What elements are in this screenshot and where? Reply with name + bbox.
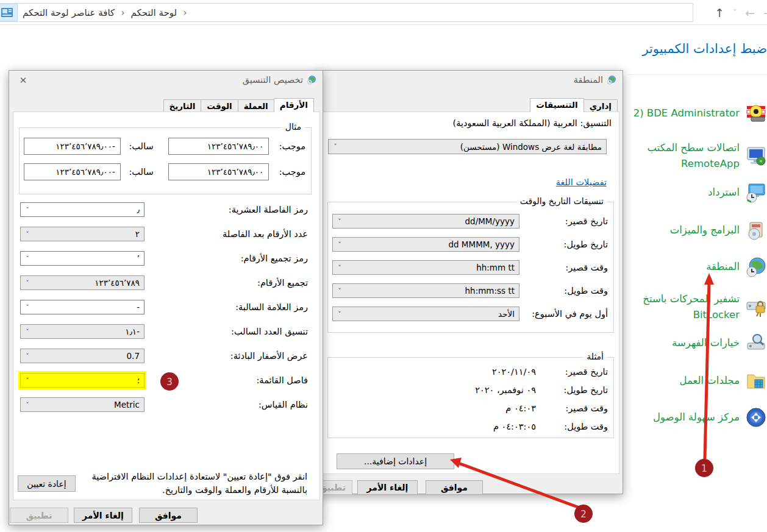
short-time-combobox[interactable]: hh:mm tt˅ bbox=[332, 260, 519, 275]
measurement-system-combobox[interactable]: Metric˅ bbox=[20, 397, 144, 412]
breadcrumb: ‹ لوحة التحكم ‹ كافة عناصر لوحة التحكم bbox=[18, 7, 192, 18]
tab-administrative[interactable]: إداري bbox=[583, 99, 618, 112]
history-dropdown-icon[interactable]: ˅ bbox=[733, 9, 737, 17]
digit-grouping-combobox[interactable]: ١٢٣٬٤٥٦٬٧٨٩˅ bbox=[20, 275, 144, 290]
list-separator-row: فاصل القائمة: ؛˅ bbox=[20, 373, 308, 388]
step2-circle bbox=[574, 505, 593, 523]
item-remoteapp-connections[interactable]: » اتصالات سطح المكتب RemoteApp bbox=[621, 140, 767, 171]
item-recovery[interactable]: استرداد bbox=[621, 182, 767, 204]
forward-arrow-icon[interactable]: → bbox=[763, 6, 767, 20]
chevron-down-icon: ˅ bbox=[21, 255, 34, 263]
item-bde-administrator[interactable]: 2) BDE Administrator bbox=[621, 102, 767, 124]
bde-administrator-icon bbox=[745, 102, 767, 124]
chevron-down-icon: ˅ bbox=[21, 230, 34, 238]
item-label: البرامج والميزات bbox=[621, 222, 740, 238]
item-label: خيارات الفهرسة bbox=[621, 335, 740, 351]
tab-formats[interactable]: التنسيقات bbox=[530, 98, 583, 112]
breadcrumb-chevron-icon: ‹ bbox=[183, 7, 187, 18]
item-indexing-options[interactable]: خيارات الفهرسة bbox=[621, 332, 767, 354]
positive-example-field[interactable]: ١٢٣٬٤٥٦٬٧٨٩٫٠٠ bbox=[168, 163, 269, 180]
digits-after-decimal-combobox[interactable]: ٢˅ bbox=[20, 227, 144, 241]
region-cancel-button[interactable]: إلغاء الأمر bbox=[357, 480, 418, 495]
control-panel-screen: ‹ لوحة التحكم ‹ كافة عناصر لوحة التحكم ↑… bbox=[0, 0, 767, 532]
item-ease-of-access[interactable]: مركز سهولة الوصول bbox=[621, 406, 767, 428]
step2-number: 2 bbox=[580, 509, 587, 520]
breadcrumb-control-panel[interactable]: لوحة التحكم bbox=[131, 7, 177, 18]
negative-sign-combobox[interactable]: -˅ bbox=[20, 300, 144, 314]
address-bar: ‹ لوحة التحكم ‹ كافة عناصر لوحة التحكم ↑… bbox=[0, 0, 767, 25]
item-label: تشفير المحركات باستخ BitLocker bbox=[621, 291, 740, 322]
chevron-down-icon: ˅ bbox=[21, 377, 34, 385]
format-label: التنسيق: العربية (المملكة العربية السعود… bbox=[453, 118, 612, 128]
tab-date[interactable]: التاريخ bbox=[163, 99, 202, 112]
grouping-symbol-combobox[interactable]: ٬˅ bbox=[20, 251, 144, 266]
svg-text:»: » bbox=[760, 158, 763, 164]
customize-dialog-titlebar[interactable]: تخصيص التنسيق ✕ bbox=[9, 71, 323, 90]
language-preferences-link[interactable]: تفضيلات اللغة bbox=[556, 177, 607, 187]
leading-zeros-row: عرض الأصفار البادئة: 0.7˅ bbox=[20, 349, 308, 363]
item-label: مجلدات العمل bbox=[621, 373, 740, 389]
chevron-down-icon: ˅ bbox=[21, 352, 34, 360]
additional-settings-button[interactable]: إعدادات إضافية... bbox=[337, 453, 454, 469]
region-tabstrip: التنسيقات إداري bbox=[530, 98, 618, 112]
item-label: مركز سهولة الوصول bbox=[621, 410, 740, 425]
item-label: المنطقة bbox=[621, 259, 740, 275]
chevron-down-icon: ˅ bbox=[333, 310, 346, 318]
customize-format-dialog: تخصيص التنسيق ✕ التاريخ الوقت العملة الأ… bbox=[9, 70, 323, 525]
customize-cancel-button[interactable]: إلغاء الأمر bbox=[74, 508, 132, 523]
customize-tabstrip: التاريخ الوقت العملة الأرقام bbox=[164, 98, 315, 112]
long-date-combobox[interactable]: dd MMMM, yyyy˅ bbox=[332, 237, 519, 252]
chevron-down-icon: ˅ bbox=[21, 279, 34, 287]
short-date-combobox[interactable]: dd/MM/yyyy˅ bbox=[332, 214, 519, 229]
negative-example-field[interactable]: ١٢٣٬٤٥٦٬٧٨٩٫٠٠- bbox=[24, 138, 121, 155]
decimal-symbol-combobox[interactable]: ٫˅ bbox=[20, 202, 144, 217]
digit-grouping-row: تجميع الأرقام: ١٢٣٬٤٥٦٬٧٨٩˅ bbox=[20, 275, 308, 290]
remoteapp-desktop-icon: » bbox=[745, 145, 767, 167]
chevron-down-icon: ˅ bbox=[21, 401, 34, 409]
short-date-row: تاريخ قصير: dd/MM/yyyy˅ bbox=[332, 214, 608, 229]
decimal-symbol-row: رمز الفاصلة العشرية: ٫˅ bbox=[20, 202, 308, 217]
long-time-combobox[interactable]: hh:mm:ss tt˅ bbox=[332, 283, 519, 298]
back-arrow-icon[interactable]: ← bbox=[745, 6, 755, 20]
divider bbox=[628, 74, 767, 75]
negative-example-field[interactable]: ١٢٣٬٤٥٦٬٧٨٩٫٠٠- bbox=[24, 163, 121, 180]
tab-currency[interactable]: العملة bbox=[238, 99, 274, 112]
tab-time[interactable]: الوقت bbox=[201, 99, 238, 112]
example-short-date: تاريخ قصير: ٢٠٢٠/١١/٠٩ bbox=[492, 367, 608, 377]
item-programs-features[interactable]: البرامج والميزات bbox=[621, 219, 767, 241]
leading-zeros-combobox[interactable]: 0.7˅ bbox=[20, 349, 144, 363]
negative-format-row: تنسيق العدد السالب: ١٫١-˅ bbox=[20, 324, 308, 339]
first-day-combobox[interactable]: الأحد˅ bbox=[332, 307, 519, 321]
negative-format-combobox[interactable]: ١٫١-˅ bbox=[20, 324, 144, 339]
region-dialog-titlebar[interactable]: المنطقة bbox=[318, 71, 623, 90]
list-separator-combobox[interactable]: ؛˅ bbox=[20, 373, 144, 388]
breadcrumb-all-items[interactable]: كافة عناصر لوحة التحكم bbox=[23, 7, 115, 18]
first-day-row: أول يوم في الأسبوع: الأحد˅ bbox=[332, 307, 608, 321]
ease-of-access-icon bbox=[745, 406, 767, 428]
format-combobox[interactable]: مطابقة لغة عرض Windows (مستحسن) ˅ bbox=[328, 139, 607, 154]
item-region[interactable]: المنطقة bbox=[621, 256, 767, 278]
example-short-time: وقت قصير: ٠٤:٠٣ م bbox=[505, 403, 608, 413]
chevron-down-icon: ˅ bbox=[329, 143, 342, 151]
region-ok-button[interactable]: موافق bbox=[426, 480, 483, 495]
chevron-down-icon: ˅ bbox=[21, 206, 34, 214]
chevron-down-icon: ˅ bbox=[333, 241, 346, 249]
item-bitlocker[interactable]: تشفير المحركات باستخ BitLocker bbox=[621, 291, 767, 322]
short-time-row: وقت قصير: hh:mm tt˅ bbox=[332, 260, 608, 275]
digits-after-decimal-row: عدد الأرقام بعد الفاصلة ٢˅ bbox=[20, 227, 308, 241]
close-icon[interactable]: ✕ bbox=[16, 74, 30, 87]
negative-sign-row: رمز العلامة السالبة: -˅ bbox=[20, 300, 308, 314]
up-arrow-icon[interactable]: ↑ bbox=[715, 6, 724, 20]
address-box[interactable]: ‹ لوحة التحكم ‹ كافة عناصر لوحة التحكم bbox=[0, 3, 693, 22]
indexing-options-icon bbox=[745, 332, 767, 354]
region-dialog-icon bbox=[607, 75, 616, 85]
page-title: ضبط إعدادات الكمبيوتر bbox=[628, 41, 767, 56]
reset-button[interactable]: إعادة تعيين bbox=[18, 475, 76, 492]
breadcrumb-chevron-icon: ‹ bbox=[121, 7, 124, 18]
customize-ok-button[interactable]: موافق bbox=[139, 508, 198, 523]
customize-apply-button[interactable]: تطبيق bbox=[10, 508, 68, 523]
grouping-symbol-row: رمز تجميع الأرقام: ٬˅ bbox=[20, 251, 308, 266]
positive-example-field[interactable]: ١٢٣٬٤٥٦٬٧٨٩٫٠٠ bbox=[168, 138, 269, 155]
tab-numbers[interactable]: الأرقام bbox=[274, 98, 314, 112]
item-work-folders[interactable]: مجلدات العمل bbox=[621, 370, 767, 392]
